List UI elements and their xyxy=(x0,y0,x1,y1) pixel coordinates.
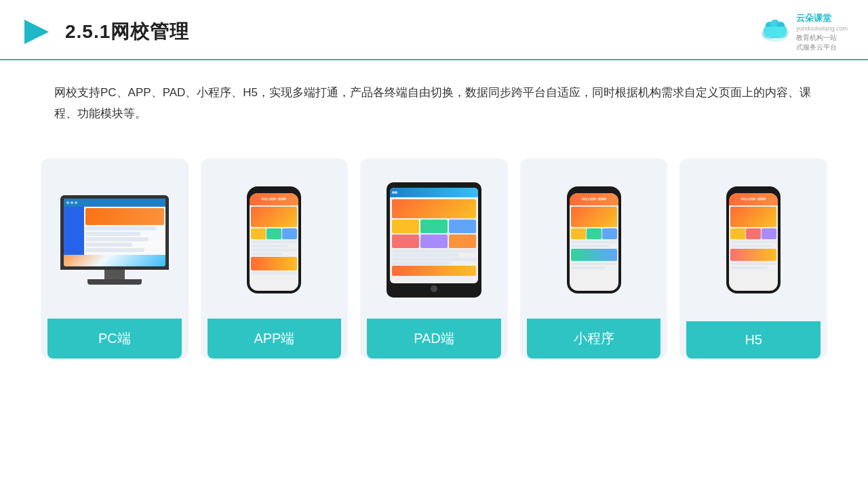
tablet-mock xyxy=(387,182,481,298)
svg-marker-0 xyxy=(24,20,49,44)
page-header: 2.5.1网校管理 云朵课堂 yunduoketang.com 教育机构一站 式… xyxy=(0,0,868,60)
pc-image-area xyxy=(47,172,182,308)
h5-image-area: 职达人的第一堂网课 xyxy=(686,172,821,308)
pad-image-area xyxy=(367,172,501,308)
header-left: 2.5.1网校管理 xyxy=(20,16,189,48)
svg-rect-11 xyxy=(765,27,785,37)
device-card-pc: PC端 xyxy=(41,159,189,359)
brand-name: 云朵课堂 xyxy=(796,12,848,24)
pc-label: PC端 xyxy=(47,319,182,359)
device-card-h5: 职达人的第一堂网课 xyxy=(679,159,827,359)
device-card-pad: PAD端 xyxy=(360,159,508,359)
pc-monitor-mock xyxy=(60,195,169,285)
logo-arrow-icon xyxy=(20,16,53,48)
miniprogram-label: 小程序 xyxy=(527,319,661,359)
pad-label: PAD端 xyxy=(367,319,501,359)
brand-logo: 云朵课堂 yunduoketang.com 教育机构一站 式服务云平台 xyxy=(758,12,848,52)
page-title: 2.5.1网校管理 xyxy=(65,19,189,45)
cloud-icon xyxy=(758,20,792,44)
description-text: 网校支持PC、APP、PAD、小程序、H5，实现多端打通，产品各终端自由切换，数… xyxy=(0,60,868,138)
phone-mock-app: 职达人的第一堂网课 xyxy=(247,186,301,293)
phone-mock-h5: 职达人的第一堂网课 xyxy=(726,186,781,293)
device-card-miniprogram: 职达人的第一堂网课 xyxy=(520,159,668,359)
brand-url: yunduoketang.com xyxy=(796,24,848,33)
app-image-area: 职达人的第一堂网课 xyxy=(208,172,342,308)
app-label: APP端 xyxy=(208,319,342,359)
h5-label: H5 xyxy=(686,321,821,359)
brand-tagline: 教育机构一站 式服务云平台 xyxy=(796,33,848,52)
device-cards-section: PC端 职达人的第一堂网课 xyxy=(0,145,868,379)
device-card-app: 职达人的第一堂网课 xyxy=(201,159,349,359)
phone-mock-mini: 职达人的第一堂网课 xyxy=(567,186,621,293)
brand-text: 云朵课堂 yunduoketang.com 教育机构一站 式服务云平台 xyxy=(796,12,848,52)
miniprogram-image-area: 职达人的第一堂网课 xyxy=(527,172,661,308)
